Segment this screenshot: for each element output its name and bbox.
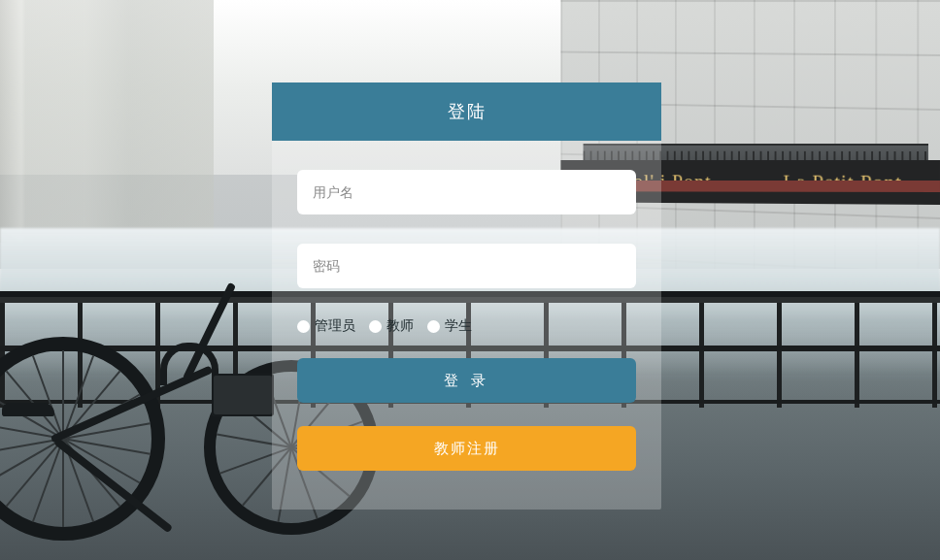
role-label: 学生	[445, 317, 472, 335]
role-radio-group: 管理员 教师 学生	[297, 317, 636, 335]
bike-seat	[2, 403, 54, 416]
role-label: 管理员	[315, 317, 355, 335]
role-option-student[interactable]: 学生	[427, 317, 472, 335]
role-label: 教师	[386, 317, 414, 335]
bg-building-left	[0, 0, 214, 243]
login-card: 登陆 管理员 教师 学生 登 录 教师注册	[272, 82, 661, 510]
role-option-teacher[interactable]: 教师	[369, 317, 414, 335]
username-input[interactable]	[297, 170, 636, 214]
card-title: 登陆	[272, 82, 661, 141]
login-button[interactable]: 登 录	[297, 358, 636, 403]
bike-handlebars	[160, 343, 218, 385]
teacher-register-button[interactable]: 教师注册	[297, 426, 636, 471]
role-radio-teacher[interactable]	[369, 320, 382, 333]
role-option-admin[interactable]: 管理员	[297, 317, 355, 335]
password-input[interactable]	[297, 244, 636, 288]
role-radio-student[interactable]	[427, 320, 440, 333]
role-radio-admin[interactable]	[297, 320, 310, 333]
card-body: 管理员 教师 学生 登 录 教师注册	[272, 141, 661, 471]
bike-basket	[212, 374, 274, 416]
